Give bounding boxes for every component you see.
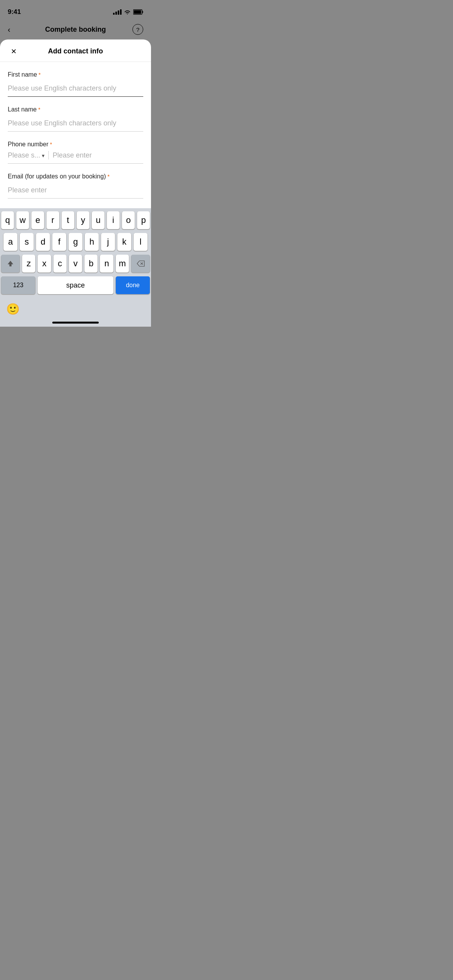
shift-icon (7, 260, 14, 267)
email-group: Email (for updates on your booking) * (8, 173, 143, 199)
country-placeholder: Please s... (8, 151, 40, 159)
key-a[interactable]: a (3, 233, 17, 251)
keyboard-row-2: a s d f g h j k l (1, 233, 150, 251)
page-title: Complete booking (45, 26, 106, 34)
key-x[interactable]: x (38, 255, 51, 272)
last-name-group: Last name * (8, 106, 143, 132)
svg-rect-1 (142, 11, 143, 13)
keyboard-row-1: q w e r t y u i o p (1, 211, 150, 229)
key-m[interactable]: m (116, 255, 129, 272)
key-g[interactable]: g (69, 233, 82, 251)
modal-header: ✕ Add contact info (0, 39, 151, 62)
phone-divider (48, 151, 49, 159)
done-key[interactable]: done (116, 276, 150, 294)
key-l[interactable]: l (134, 233, 148, 251)
key-r[interactable]: r (46, 211, 59, 229)
form-content: First name * Last name * Phone number * … (0, 62, 151, 208)
keyboard-row-3: z x c v b n m (1, 255, 150, 272)
key-e[interactable]: e (31, 211, 44, 229)
delete-icon (136, 260, 145, 267)
key-o[interactable]: o (122, 211, 135, 229)
key-v[interactable]: v (69, 255, 82, 272)
required-star: * (39, 72, 41, 78)
battery-icon (133, 9, 143, 15)
svg-rect-2 (134, 10, 141, 14)
space-key[interactable]: space (38, 276, 113, 294)
phone-label: Phone number * (8, 141, 143, 148)
key-z[interactable]: z (22, 255, 35, 272)
email-label: Email (for updates on your booking) * (8, 173, 143, 180)
key-d[interactable]: d (36, 233, 50, 251)
required-star-2: * (38, 106, 40, 113)
help-button[interactable]: ? (132, 24, 143, 35)
signal-icon (113, 9, 122, 15)
key-q[interactable]: q (1, 211, 14, 229)
home-indicator (0, 320, 151, 327)
country-selector[interactable]: Please s... ▾ (8, 151, 45, 159)
first-name-input[interactable] (8, 81, 143, 97)
status-icons (113, 9, 143, 15)
chevron-down-icon: ▾ (42, 152, 45, 159)
key-t[interactable]: t (62, 211, 74, 229)
keyboard: q w e r t y u i o p a s d f g h j k l (0, 208, 151, 300)
delete-key[interactable] (131, 255, 150, 272)
status-time: 9:41 (8, 8, 21, 16)
shift-key[interactable] (1, 255, 20, 272)
phone-row: Please s... ▾ (8, 151, 143, 164)
key-y[interactable]: y (77, 211, 89, 229)
phone-group: Phone number * Please s... ▾ (8, 141, 143, 164)
key-f[interactable]: f (52, 233, 66, 251)
modal-title: Add contact info (48, 47, 103, 55)
status-bar: 9:41 (0, 0, 151, 19)
key-u[interactable]: u (92, 211, 105, 229)
key-k[interactable]: k (117, 233, 131, 251)
required-star-3: * (50, 141, 52, 147)
required-star-4: * (107, 173, 109, 180)
back-button[interactable]: ‹ (8, 25, 10, 34)
key-j[interactable]: j (101, 233, 115, 251)
numbers-key[interactable]: 123 (1, 276, 35, 294)
last-name-label: Last name * (8, 106, 143, 113)
first-name-label: First name * (8, 71, 143, 78)
keyboard-row-4: 123 space done (1, 276, 150, 294)
email-input[interactable] (8, 183, 143, 199)
home-bar (52, 322, 99, 324)
key-s[interactable]: s (20, 233, 34, 251)
close-button[interactable]: ✕ (8, 46, 19, 57)
key-i[interactable]: i (107, 211, 120, 229)
key-w[interactable]: w (16, 211, 29, 229)
keyboard-bottom: 🙂 (0, 300, 151, 320)
phone-number-input[interactable] (53, 151, 143, 159)
last-name-input[interactable] (8, 116, 143, 132)
key-h[interactable]: h (85, 233, 99, 251)
wifi-icon (124, 9, 131, 15)
emoji-button[interactable]: 🙂 (6, 303, 20, 315)
key-c[interactable]: c (53, 255, 67, 272)
nav-bar: ‹ Complete booking ? (0, 19, 151, 39)
key-n[interactable]: n (100, 255, 113, 272)
modal-sheet: ✕ Add contact info First name * Last nam… (0, 39, 151, 327)
key-b[interactable]: b (84, 255, 98, 272)
first-name-group: First name * (8, 71, 143, 97)
key-p[interactable]: p (137, 211, 150, 229)
